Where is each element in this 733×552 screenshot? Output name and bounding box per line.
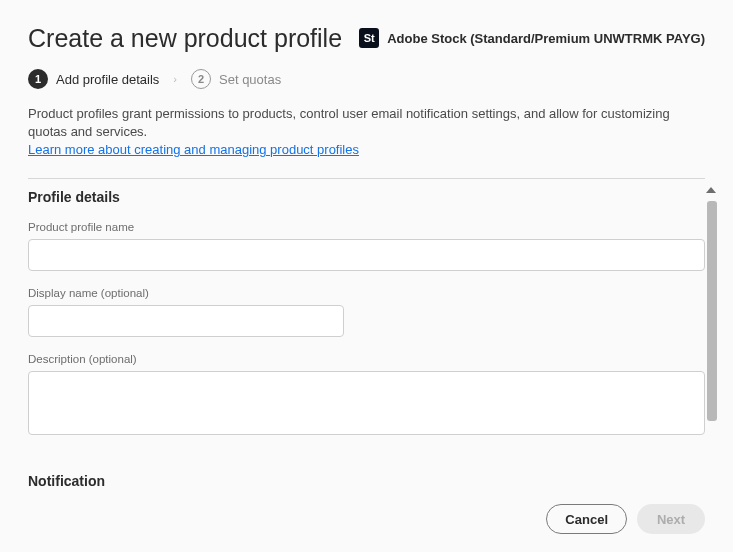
intro-text: Product profiles grant permissions to pr…: [28, 105, 705, 141]
dialog-footer: Cancel Next: [0, 490, 733, 552]
display-name-label: Display name (optional): [28, 287, 705, 299]
description-label: Description (optional): [28, 353, 705, 365]
step-1: 1 Add profile details: [28, 69, 159, 89]
description-textarea[interactable]: [28, 371, 705, 435]
page-title: Create a new product profile: [28, 24, 342, 53]
step-2-badge: 2: [191, 69, 211, 89]
section-profile-details: Profile details: [28, 179, 705, 205]
product-icon: St: [359, 28, 379, 48]
wizard-steps: 1 Add profile details › 2 Set quotas: [0, 61, 733, 101]
form-scroll-area: Profile details Product profile name Dis…: [0, 179, 733, 515]
step-1-label: Add profile details: [56, 72, 159, 87]
scrollbar[interactable]: [705, 187, 717, 507]
intro-block: Product profiles grant permissions to pr…: [0, 101, 733, 170]
learn-more-link[interactable]: Learn more about creating and managing p…: [28, 142, 359, 157]
next-button[interactable]: Next: [637, 504, 705, 534]
section-notification: Notification: [28, 463, 705, 489]
step-1-badge: 1: [28, 69, 48, 89]
chevron-right-icon: ›: [173, 73, 177, 85]
profile-name-input[interactable]: [28, 239, 705, 271]
scroll-thumb[interactable]: [707, 201, 717, 421]
cancel-button[interactable]: Cancel: [546, 504, 627, 534]
product-tag: St Adobe Stock (Standard/Premium UNWTRMK…: [359, 28, 705, 48]
profile-name-label: Product profile name: [28, 221, 705, 233]
step-2: 2 Set quotas: [191, 69, 281, 89]
product-name: Adobe Stock (Standard/Premium UNWTRMK PA…: [387, 31, 705, 46]
display-name-input[interactable]: [28, 305, 344, 337]
step-2-label: Set quotas: [219, 72, 281, 87]
scroll-up-icon[interactable]: [706, 187, 716, 193]
